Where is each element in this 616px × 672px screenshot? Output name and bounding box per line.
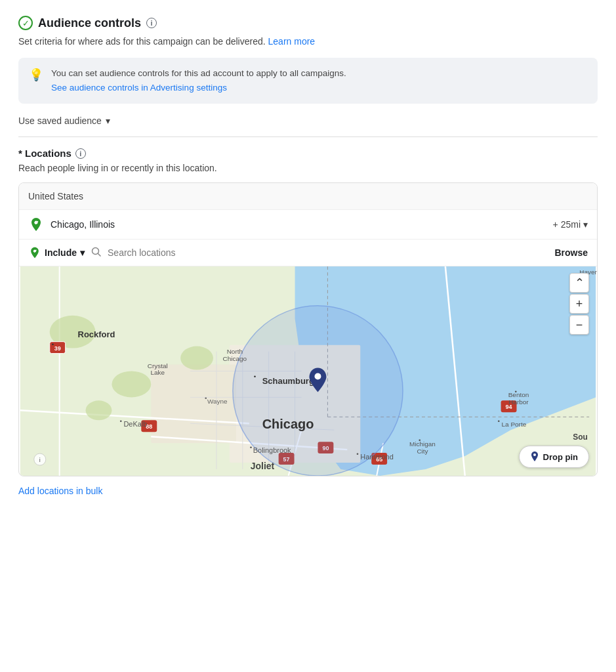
svg-text:City: City [417, 448, 428, 455]
city-name: Chicago, Illinois [51, 219, 546, 230]
locations-header: * Locations i [18, 148, 598, 159]
svg-text:Hammond: Hammond [360, 453, 394, 461]
map-controls: ⌃ + − [569, 273, 589, 335]
svg-text:North: North [227, 348, 243, 355]
svg-text:Schaumburg: Schaumburg [262, 377, 314, 387]
map-scroll-up-button[interactable]: ⌃ [569, 273, 589, 293]
bulb-icon: 💡 [29, 68, 43, 82]
green-location-pin-icon [28, 217, 44, 232]
add-locations-link-container: Add locations in bulk [18, 486, 598, 496]
search-bar-row: Include ▾ Browse [19, 239, 597, 266]
header-info-icon[interactable]: i [146, 18, 157, 28]
location-box: United States Chicago, Illinois + 25mi ▾ [18, 182, 598, 476]
svg-text:i: i [39, 457, 41, 463]
svg-text:•: • [498, 417, 501, 425]
svg-text:La Porte: La Porte [502, 421, 527, 428]
radius-dropdown-icon: ▾ [583, 219, 588, 230]
svg-point-21 [86, 400, 112, 420]
svg-text:Rockford: Rockford [78, 329, 115, 339]
map-svg: 39 88 90 94 57 65 [19, 266, 597, 476]
svg-text:•: • [515, 388, 518, 395]
saved-audience-dropdown[interactable]: Use saved audience ▾ [18, 116, 598, 126]
svg-text:39: 39 [54, 345, 61, 352]
include-label: Include [45, 247, 77, 258]
drop-pin-icon [530, 452, 539, 462]
svg-text:•: • [419, 436, 421, 444]
locations-info-icon[interactable]: i [75, 148, 86, 159]
learn-more-link[interactable]: Learn more [268, 36, 316, 47]
locations-title: * Locations [18, 148, 72, 159]
svg-text:Wayne: Wayne [207, 398, 228, 405]
svg-text:•: • [205, 394, 207, 402]
search-locations-input[interactable] [108, 247, 548, 258]
browse-button[interactable]: Browse [554, 247, 588, 258]
svg-point-71 [533, 453, 536, 456]
svg-text:Benton: Benton [508, 391, 529, 398]
svg-text:Bolingbrook: Bolingbrook [253, 446, 291, 454]
svg-text:Harbor: Harbor [508, 398, 529, 406]
svg-point-20 [112, 371, 151, 398]
include-pin-icon [28, 246, 41, 259]
svg-text:•: • [119, 417, 122, 425]
saved-audience-dropdown-icon: ▾ [106, 116, 110, 126]
radius-selector[interactable]: + 25mi ▾ [553, 219, 588, 230]
section-header: ✓ Audience controls i [18, 16, 598, 30]
svg-line-3 [98, 254, 101, 257]
svg-text:Chicago: Chicago [262, 417, 314, 431]
svg-text:DeKalb: DeKalb [123, 420, 147, 428]
map-zoom-out-button[interactable]: − [569, 315, 589, 335]
info-box-content: You can set audience controls for this a… [51, 67, 346, 95]
svg-text:•: • [356, 450, 359, 457]
info-box: 💡 You can set audience controls for this… [18, 58, 598, 104]
location-country: United States [19, 183, 597, 210]
location-city-row: Chicago, Illinois + 25mi ▾ [19, 210, 597, 239]
include-dropdown-icon: ▾ [80, 247, 85, 258]
map-container: 39 88 90 94 57 65 [19, 266, 597, 476]
svg-text:•: • [250, 444, 253, 451]
svg-text:•: • [254, 373, 257, 381]
section-title: Audience controls [38, 16, 141, 30]
map-zoom-in-button[interactable]: + [569, 294, 589, 314]
svg-text:Lake: Lake [150, 369, 165, 377]
svg-text:•: • [52, 341, 54, 348]
main-container: ✓ Audience controls i Set criteria for w… [0, 0, 616, 512]
svg-text:Crystal: Crystal [148, 362, 168, 369]
svg-point-22 [180, 346, 213, 370]
svg-text:Sou: Sou [573, 432, 588, 442]
svg-text:Michigan: Michigan [409, 440, 436, 448]
divider [18, 136, 598, 137]
check-icon: ✓ [18, 16, 33, 30]
svg-text:Chicago: Chicago [223, 355, 247, 362]
drop-pin-button[interactable]: Drop pin [519, 446, 589, 468]
header-subtitle: Set criteria for where ads for this camp… [18, 35, 598, 49]
add-locations-bulk-link[interactable]: Add locations in bulk [18, 486, 102, 496]
advertising-settings-link[interactable]: See audience controls in Advertising set… [51, 81, 346, 94]
search-icon [91, 247, 101, 259]
include-button[interactable]: Include ▾ [28, 246, 85, 259]
svg-text:Joliet: Joliet [251, 461, 275, 471]
locations-subtitle: Reach people living in or recently in th… [18, 163, 598, 173]
